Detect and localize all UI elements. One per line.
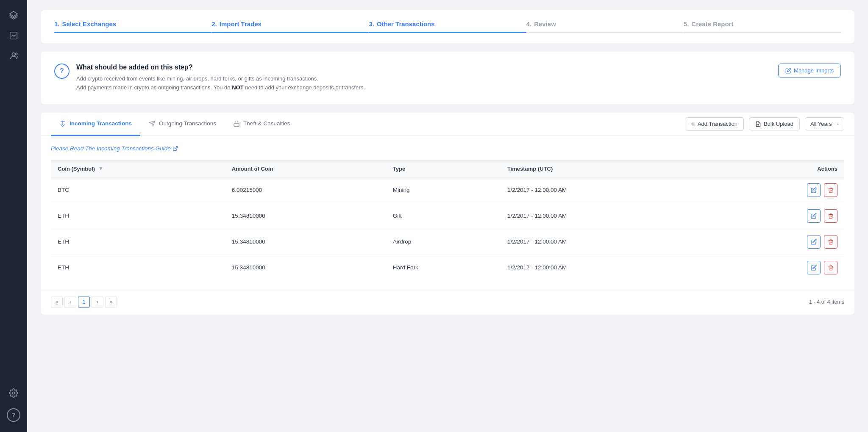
svg-line-7: [175, 146, 177, 149]
cell-coin: BTC: [51, 177, 225, 203]
table-row: ETH 15.34810000 Hard Fork 1/2/2017 - 12:…: [51, 255, 844, 280]
cell-amount: 15.34810000: [225, 229, 386, 255]
cell-type: Hard Fork: [386, 255, 501, 280]
last-page-button[interactable]: »: [105, 296, 117, 308]
chart-icon[interactable]: [5, 27, 22, 44]
tab-theft[interactable]: Theft & Casualties: [225, 113, 298, 136]
pagination: « ‹ 1 › » 1 - 4 of 4 items: [41, 289, 854, 315]
transactions-panel: Incoming Transactions Outgoing Transacti…: [41, 113, 854, 315]
sidebar: ?: [0, 0, 27, 432]
outgoing-icon: [149, 120, 156, 127]
first-page-button[interactable]: «: [51, 296, 63, 308]
step-4[interactable]: 4. Review: [526, 20, 684, 33]
tabs-left: Incoming Transactions Outgoing Transacti…: [51, 113, 298, 136]
delete-row-button[interactable]: [824, 183, 837, 197]
edit-icon: [811, 239, 817, 245]
trash-icon: [828, 265, 834, 271]
info-box: ? What should be added on this step? Add…: [41, 52, 854, 104]
cell-coin: ETH: [51, 229, 225, 255]
manage-icon: [785, 68, 791, 74]
guide-link[interactable]: Please Read The Incoming Transactions Gu…: [51, 145, 178, 152]
svg-point-3: [15, 53, 17, 55]
cell-timestamp: 1/2/2017 - 12:00:00 AM: [501, 203, 715, 229]
cell-type: Airdrop: [386, 229, 501, 255]
col-coin: Coin (Symbol) ▼: [51, 160, 225, 177]
bulk-upload-button[interactable]: Bulk Upload: [749, 117, 800, 130]
stepper: 1. Select Exchanges 2. Import Trades 3. …: [41, 10, 854, 43]
layers-icon[interactable]: [5, 7, 22, 24]
svg-rect-5: [234, 123, 239, 126]
tab-incoming[interactable]: Incoming Transactions: [51, 113, 140, 136]
year-filter-select[interactable]: All Years 2017 2018 2019 2020 2021 2022: [805, 117, 844, 130]
delete-row-button[interactable]: [824, 209, 837, 223]
edit-row-button[interactable]: [807, 183, 821, 197]
delete-row-button[interactable]: [824, 261, 837, 274]
cell-coin: ETH: [51, 255, 225, 280]
tabs-header: Incoming Transactions Outgoing Transacti…: [41, 113, 854, 136]
page-info: 1 - 4 of 4 items: [809, 299, 844, 305]
col-type: Type: [386, 160, 501, 177]
prev-page-button[interactable]: ‹: [64, 296, 76, 308]
col-amount: Amount of Coin: [225, 160, 386, 177]
manage-imports-button[interactable]: Manage Imports: [778, 64, 841, 78]
info-title: What should be added on this step?: [76, 64, 365, 71]
step-5[interactable]: 5. Create Report: [684, 20, 841, 33]
cell-timestamp: 1/2/2017 - 12:00:00 AM: [501, 177, 715, 203]
edit-icon: [811, 187, 817, 193]
users-icon[interactable]: [5, 47, 22, 64]
cell-type: Gift: [386, 203, 501, 229]
incoming-icon: [59, 120, 66, 127]
trash-icon: [828, 239, 834, 245]
step-2[interactable]: 2. Import Trades: [211, 20, 369, 33]
upload-icon: [755, 121, 761, 127]
cell-timestamp: 1/2/2017 - 12:00:00 AM: [501, 255, 715, 280]
page-1-button[interactable]: 1: [78, 296, 90, 308]
cell-amount: 6.00215000: [225, 177, 386, 203]
table-row: ETH 15.34810000 Airdrop 1/2/2017 - 12:00…: [51, 229, 844, 255]
main-content: 1. Select Exchanges 2. Import Trades 3. …: [27, 0, 868, 432]
col-timestamp: Timestamp (UTC): [501, 160, 715, 177]
edit-row-button[interactable]: [807, 235, 821, 249]
edit-row-button[interactable]: [807, 209, 821, 223]
cell-amount: 15.34810000: [225, 203, 386, 229]
theft-icon: [233, 120, 240, 127]
svg-point-2: [12, 53, 15, 56]
help-icon[interactable]: ?: [7, 408, 20, 422]
page-controls: « ‹ 1 › »: [51, 296, 117, 308]
info-line1: Add crypto received from events like min…: [76, 75, 365, 83]
question-icon: ?: [54, 64, 70, 79]
cell-timestamp: 1/2/2017 - 12:00:00 AM: [501, 229, 715, 255]
tab-outgoing[interactable]: Outgoing Transactions: [140, 113, 225, 136]
cell-amount: 15.34810000: [225, 255, 386, 280]
step-3[interactable]: 3. Other Transactions: [369, 20, 526, 33]
edit-icon: [811, 265, 817, 271]
cell-type: Mining: [386, 177, 501, 203]
table-row: BTC 6.00215000 Mining 1/2/2017 - 12:00:0…: [51, 177, 844, 203]
step-1[interactable]: 1. Select Exchanges: [54, 20, 211, 33]
table-area: Please Read The Incoming Transactions Gu…: [41, 136, 854, 289]
table-row: ETH 15.34810000 Gift 1/2/2017 - 12:00:00…: [51, 203, 844, 229]
external-link-icon: [172, 146, 178, 151]
trash-icon: [828, 213, 834, 219]
cell-coin: ETH: [51, 203, 225, 229]
tabs-actions: + Add Transaction Bulk Upload All Years …: [685, 117, 844, 131]
edit-icon: [811, 213, 817, 219]
delete-row-button[interactable]: [824, 235, 837, 249]
edit-row-button[interactable]: [807, 261, 821, 274]
settings-icon[interactable]: [5, 385, 22, 402]
info-line2: Add payments made in crypto as outgoing …: [76, 83, 365, 92]
add-transaction-button[interactable]: + Add Transaction: [685, 117, 744, 131]
next-page-button[interactable]: ›: [92, 296, 103, 308]
filter-icon[interactable]: ▼: [98, 166, 103, 172]
col-actions: Actions: [715, 160, 844, 177]
transactions-table: Coin (Symbol) ▼ Amount of Coin Type Time…: [51, 160, 844, 280]
svg-point-4: [12, 392, 15, 394]
trash-icon: [828, 187, 834, 193]
